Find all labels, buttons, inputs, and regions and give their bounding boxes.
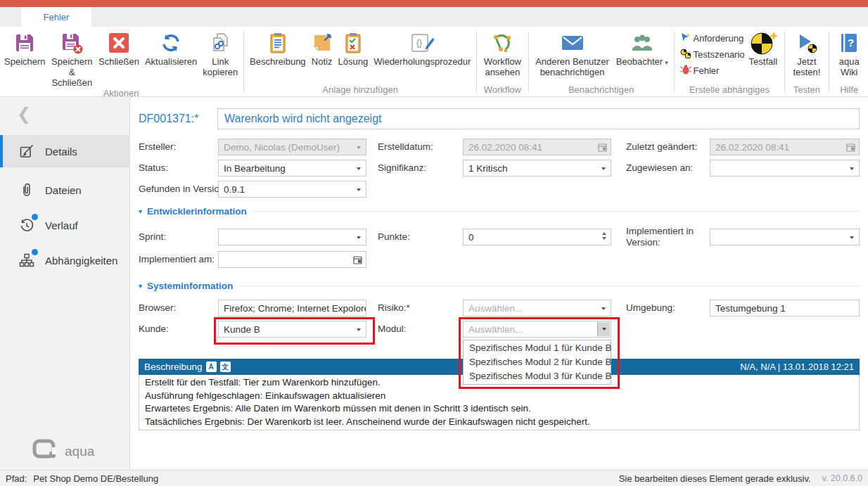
aqua-logo-icon bbox=[32, 439, 58, 463]
svg-text:{}: {} bbox=[416, 38, 422, 48]
sidebar-item-abhaengigkeiten[interactable]: Abhängigkeiten bbox=[0, 248, 130, 273]
signifikanz-select[interactable]: 1 Kritisch bbox=[463, 160, 611, 177]
aktualisieren-button[interactable]: Aktualisieren bbox=[142, 27, 200, 67]
section-entwicklerinformation[interactable]: ▾ Entwicklerinformation bbox=[139, 205, 860, 217]
group-label-anlage: Anlage hinzufügen bbox=[245, 84, 475, 96]
modul-dropdown-list: Spezifisches Modul 1 für Kunde B Spezifi… bbox=[463, 340, 611, 385]
beschreibung-label: Beschreibung bbox=[250, 56, 306, 67]
jetzt-testen-button[interactable]: Jetzt testen! bbox=[788, 27, 825, 77]
speichern-und-schliessen-label: Speichern & Schließen bbox=[51, 56, 94, 88]
bug-icon bbox=[680, 64, 691, 77]
sidebar-item-verlauf[interactable]: Verlauf bbox=[0, 212, 130, 238]
speichern-und-schliessen-button[interactable]: Speichern & Schließen bbox=[49, 27, 96, 88]
calendar-icon bbox=[598, 143, 607, 154]
implementiert-am-datefield[interactable] bbox=[218, 251, 366, 268]
modul-option-1[interactable]: Spezifisches Modul 1 für Kunde B bbox=[464, 341, 611, 355]
aktualisieren-label: Aktualisieren bbox=[145, 56, 197, 67]
anforderung-button[interactable]: Anforderung bbox=[680, 32, 745, 45]
wiederholungsprozedur-label: Wiederholungsprozedur bbox=[374, 56, 471, 67]
exclusive-edit-text: Sie bearbeiten dieses Element gerade exk… bbox=[619, 473, 811, 484]
anderen-benutzer-button[interactable]: Anderen Benutzer benachrichtigen bbox=[531, 27, 613, 77]
abhaengigkeiten-badge bbox=[32, 249, 38, 255]
ersteller-label: Ersteller: bbox=[139, 139, 176, 155]
group-label-testen: Testen bbox=[786, 84, 826, 96]
sprint-select[interactable] bbox=[218, 229, 366, 245]
modul-select[interactable]: Auswählen... bbox=[463, 321, 611, 338]
ersteller-value: Demo, Nicolas (DemoUser) bbox=[224, 142, 340, 153]
risiko-select[interactable]: Auswählen... bbox=[463, 300, 611, 316]
ribbon-group-workflow: Workflow ansehen Workflow bbox=[478, 27, 526, 96]
umgebung-input[interactable]: Testumgebung 1 bbox=[710, 300, 860, 316]
tab-fehler[interactable]: Fehler bbox=[21, 7, 91, 27]
beschreibung-line: Ausführung fehlgeschlagen: Einkaufswagen… bbox=[145, 390, 853, 403]
ribbon-separator bbox=[674, 32, 675, 92]
section-systeminformation[interactable]: ▾ Systeminformation bbox=[139, 279, 860, 292]
group-label-hilfe: Hilfe bbox=[830, 84, 868, 96]
loesung-button[interactable]: Lösung bbox=[336, 27, 371, 67]
verlauf-badge bbox=[32, 214, 38, 220]
aqua-wiki-button[interactable]: ? aqua Wiki bbox=[831, 27, 867, 77]
zugewiesen-an-label: Zugewiesen an: bbox=[626, 160, 693, 177]
observers-icon bbox=[630, 30, 654, 56]
fehler-erstellen-label: Fehler bbox=[694, 65, 720, 76]
sidebar-item-dateien[interactable]: Dateien bbox=[0, 177, 130, 203]
sidebar-item-details[interactable]: Details bbox=[0, 135, 130, 167]
workflow-ansehen-button[interactable]: Workflow ansehen bbox=[480, 27, 525, 77]
fehler-erstellen-button[interactable]: Fehler bbox=[680, 64, 745, 77]
requirement-icon bbox=[680, 32, 691, 45]
risiko-placeholder: Auswählen... bbox=[468, 303, 523, 314]
wiki-book-icon: ? bbox=[840, 30, 858, 56]
beschreibung-button[interactable]: Beschreibung bbox=[247, 27, 309, 67]
gefunden-in-version-select[interactable]: 0.9.1 bbox=[218, 181, 366, 198]
ribbon-group-erstelle: Anforderung Testszenario Fehler bbox=[676, 27, 784, 96]
kunde-label: Kunde: bbox=[139, 321, 169, 338]
ribbon-separator bbox=[829, 32, 829, 92]
testfall-label: Testfall bbox=[749, 56, 777, 67]
zugewiesen-an-select[interactable] bbox=[710, 160, 860, 177]
beobachter-text: Beobachter bbox=[616, 56, 663, 67]
translate-lang-icon[interactable]: 文 bbox=[220, 362, 231, 372]
beschreibung-meta: N/A, N/A | 13.01.2018 12:21 bbox=[740, 362, 854, 372]
schliessen-button[interactable]: Schließen bbox=[96, 27, 142, 67]
status-bar: Pfad: Pet Shop Demo DE/Bestellung Sie be… bbox=[0, 470, 868, 486]
sidebar-collapse-button[interactable]: ❮ bbox=[17, 105, 31, 122]
modul-dropdown-button[interactable] bbox=[597, 322, 610, 336]
group-label-erstelle: Erstelle abhängiges Element bbox=[676, 84, 784, 96]
punkte-value: 0 bbox=[468, 232, 474, 243]
status-select[interactable]: In Bearbeitung bbox=[218, 160, 366, 177]
ribbon-separator bbox=[528, 32, 529, 92]
speichern-label: Speichern bbox=[4, 56, 46, 67]
section-entwicklerinformation-title: Entwicklerinformation bbox=[147, 206, 247, 217]
beobachter-label: Beobachter▾ bbox=[616, 56, 668, 68]
kunde-select[interactable]: Kunde B bbox=[218, 321, 366, 338]
status-value: In Bearbeitung bbox=[224, 163, 286, 174]
schliessen-label: Schließen bbox=[98, 56, 139, 67]
risiko-label: Risiko:* bbox=[378, 300, 410, 316]
testfall-button[interactable]: Testfall bbox=[746, 27, 780, 67]
punkte-stepper[interactable]: 0 bbox=[463, 229, 611, 245]
ribbon: Speichern Speichern & Schließen Schließe… bbox=[0, 27, 868, 97]
modul-option-2[interactable]: Spezifisches Modul 2 für Kunde B bbox=[464, 355, 611, 369]
link-kopieren-button[interactable]: Link kopieren bbox=[200, 27, 241, 77]
section-chevron-icon: ▾ bbox=[139, 282, 142, 290]
calendar-icon[interactable] bbox=[353, 255, 362, 267]
umgebung-label: Umgebung: bbox=[626, 300, 675, 316]
anderen-benutzer-label: Anderen Benutzer benachrichtigen bbox=[534, 56, 610, 77]
stepper-arrows-icon[interactable] bbox=[602, 232, 606, 240]
translate-a-icon[interactable]: A bbox=[206, 362, 217, 372]
beschreibung-line: Tatsächliches Ergebnis: Der Warenkorb is… bbox=[145, 416, 853, 429]
testszenario-button[interactable]: Testszenario bbox=[680, 48, 745, 61]
title-input[interactable]: Warenkorb wird nicht angezeigt bbox=[217, 108, 860, 129]
zuletzt-geaendert-field: 26.02.2020 08:41 bbox=[710, 139, 860, 155]
notiz-button[interactable]: Notiz bbox=[309, 27, 336, 67]
browser-input[interactable]: Firefox; Chrome; Internet Expolorer; ... bbox=[218, 300, 366, 316]
implementiert-in-version-select[interactable] bbox=[710, 229, 860, 245]
speichern-button[interactable]: Speichern bbox=[1, 27, 49, 67]
beobachter-button[interactable]: Beobachter▾ bbox=[613, 27, 671, 68]
ribbon-separator bbox=[243, 32, 244, 92]
zuletzt-geaendert-value: 26.02.2020 08:41 bbox=[715, 142, 789, 153]
wiederholungsprozedur-button[interactable]: {} Wiederholungsprozedur bbox=[371, 27, 473, 67]
modul-option-3[interactable]: Spezifisches Modul 3 für Kunde B bbox=[464, 369, 611, 383]
ribbon-tabbar: Fehler bbox=[0, 7, 868, 27]
ribbon-separator bbox=[784, 32, 785, 92]
